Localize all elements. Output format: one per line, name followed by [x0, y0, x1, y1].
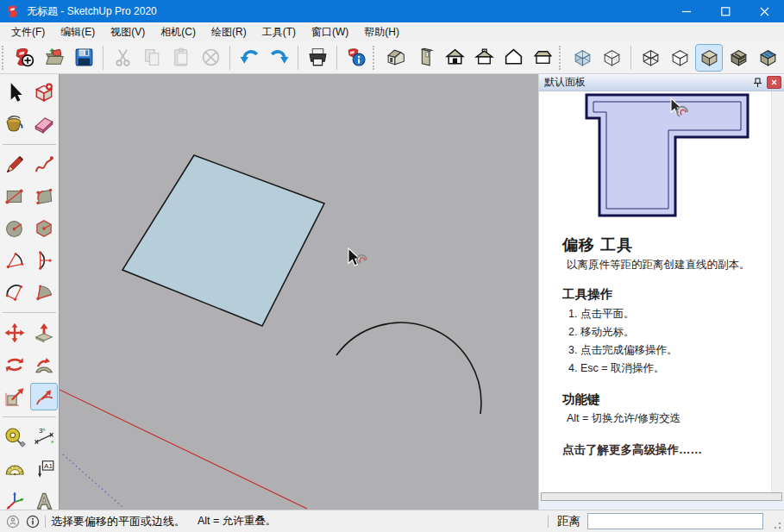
pin-icon[interactable]	[751, 77, 763, 89]
palette-separator	[3, 416, 56, 417]
tool-make-component-button[interactable]	[31, 79, 57, 105]
style-back-edges-button[interactable]	[599, 45, 624, 71]
top-view-button[interactable]	[412, 45, 438, 71]
undo-button[interactable]	[236, 45, 262, 71]
save-button[interactable]	[71, 45, 97, 71]
tool-text-button[interactable]: A1	[31, 456, 57, 482]
tool-polygon-button[interactable]	[31, 216, 57, 241]
toolbar-separator	[229, 46, 230, 70]
credits-info-icon[interactable]	[25, 514, 40, 529]
text-tool-icon: A1	[33, 458, 55, 480]
left-view-icon	[503, 47, 524, 68]
redo-button[interactable]	[266, 45, 292, 71]
toolbar-separator	[103, 46, 103, 70]
tool-two-point-arc-button[interactable]	[31, 247, 57, 273]
tool-scale-button[interactable]	[2, 384, 28, 410]
back-view-icon	[474, 47, 495, 68]
style-shaded-button[interactable]	[696, 45, 722, 71]
style-hidden-line-button[interactable]	[667, 45, 693, 71]
close-button[interactable]	[745, 0, 784, 22]
tool-offset-button[interactable]	[31, 384, 57, 410]
axes-icon	[3, 490, 26, 510]
new-button[interactable]	[12, 45, 38, 71]
front-view-icon	[444, 47, 466, 68]
tool-three-point-arc-button[interactable]	[2, 279, 28, 305]
print-button[interactable]	[304, 45, 330, 71]
cut-button	[110, 45, 135, 71]
back-view-button[interactable]	[471, 45, 497, 71]
instructor-description: 以离原件等距的距离创建直线的副本。	[567, 257, 763, 272]
3d-text-icon	[33, 490, 55, 510]
offset-cursor	[348, 248, 367, 266]
step-3: 3. 点击完成偏移操作。	[568, 341, 761, 360]
shaded-with-textures-style-icon	[728, 47, 750, 68]
style-textured-button[interactable]	[725, 45, 751, 71]
tool-circle-button[interactable]	[2, 216, 28, 241]
resize-grip-icon[interactable]	[770, 518, 782, 530]
style-wireframe-button[interactable]	[637, 45, 663, 71]
iso-view-button[interactable]	[383, 45, 409, 71]
menu-view[interactable]: 视图(V)	[103, 22, 153, 41]
pie-icon	[33, 281, 55, 304]
tool-tape-measure-button[interactable]	[2, 424, 28, 450]
toolbar-separator	[298, 46, 298, 70]
tool-line-button[interactable]	[2, 152, 28, 178]
menu-edit[interactable]: 编辑(E)	[53, 22, 103, 41]
menu-camera[interactable]: 相机(C)	[153, 22, 204, 41]
style-xray-button[interactable]	[569, 45, 595, 71]
tool-pie-button[interactable]	[31, 279, 57, 305]
toolbar-drag-handle[interactable]	[373, 46, 379, 70]
instructor-horizontal-scrollbar[interactable]	[541, 492, 782, 501]
tool-rotated-rectangle-button[interactable]	[31, 184, 57, 210]
tool-freehand-button[interactable]	[31, 152, 57, 178]
geolocation-icon[interactable]	[5, 514, 20, 529]
tool-rectangle-button[interactable]	[2, 184, 28, 210]
right-view-button[interactable]	[530, 45, 555, 71]
model-viewport	[60, 74, 538, 510]
toolbar-drag-handle[interactable]	[559, 46, 565, 70]
tool-move-button[interactable]	[2, 320, 28, 346]
menu-help[interactable]: 帮助(H)	[356, 22, 407, 41]
instructor-vertical-scrollbar[interactable]	[771, 91, 784, 492]
tool-axes-button[interactable]	[2, 488, 28, 510]
tool-3d-text-button[interactable]	[31, 488, 57, 510]
menu-tools[interactable]: 工具(T)	[254, 22, 304, 41]
panel-header[interactable]: 默认面板	[539, 74, 784, 91]
panel-title: 默认面板	[544, 75, 751, 90]
toolbar-drag-handle[interactable]	[2, 46, 8, 70]
drawn-arc[interactable]	[336, 322, 481, 414]
panel-close-button[interactable]	[767, 76, 781, 89]
drawing-canvas[interactable]	[60, 74, 538, 510]
print-icon	[307, 47, 329, 68]
tool-dimension-button[interactable]: 3	[31, 424, 57, 450]
tool-push-pull-button[interactable]	[31, 320, 57, 346]
model-info-button[interactable]	[343, 45, 369, 71]
tool-protractor-button[interactable]	[2, 456, 28, 482]
left-view-button[interactable]	[500, 45, 526, 71]
function-key-alt: Alt = 切换允许/修剪交迭	[567, 410, 761, 427]
circle-icon	[3, 217, 26, 240]
tool-paint-bucket-button[interactable]	[2, 111, 28, 137]
tool-follow-me-button[interactable]	[31, 352, 57, 378]
menu-window[interactable]: 窗口(W)	[304, 22, 356, 41]
open-button[interactable]	[41, 45, 67, 71]
drawn-face[interactable]	[122, 155, 324, 326]
undo-icon	[239, 47, 260, 68]
measurement-input[interactable]	[587, 513, 763, 529]
palette-separator	[3, 144, 56, 145]
iso-view-icon	[386, 47, 407, 68]
tool-rotate-button[interactable]	[2, 352, 28, 378]
menu-file[interactable]: 文件(F)	[3, 22, 53, 41]
instructor-title: 偏移 工具	[562, 235, 761, 255]
tool-arc-button[interactable]	[2, 247, 28, 273]
tool-eraser-button[interactable]	[31, 111, 57, 137]
maximize-button[interactable]	[706, 0, 745, 22]
offset-icon	[33, 385, 55, 408]
minimize-button[interactable]	[668, 0, 706, 22]
style-monochrome-button[interactable]	[755, 45, 781, 71]
front-view-button[interactable]	[442, 45, 467, 71]
menu-draw[interactable]: 绘图(R)	[204, 22, 254, 41]
paste-icon	[171, 47, 192, 68]
tool-select-button[interactable]	[2, 79, 28, 105]
advanced-operations-link[interactable]: 点击了解更多高级操作……	[562, 442, 761, 458]
